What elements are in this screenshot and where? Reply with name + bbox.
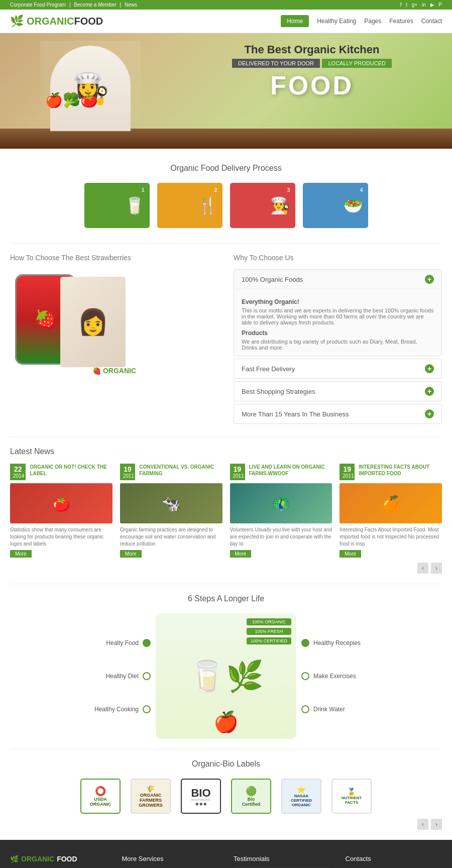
footer-testimonials-title: Testimonials (234, 855, 330, 862)
news-text-4: Interesting Facts About Imported Food. M… (340, 526, 442, 548)
step-healty-food[interactable]: Healty Food (106, 639, 151, 647)
step-1[interactable]: 1 🥛 (84, 183, 150, 228)
step-healthy-recepies[interactable]: Healthy Recepies (301, 639, 361, 647)
hero-food: FOOD (232, 70, 392, 100)
bio-prev-btn[interactable]: ‹ (417, 819, 428, 830)
nav-home[interactable]: Home (281, 15, 309, 27)
nav-features[interactable]: Features (389, 18, 413, 25)
step-4[interactable]: 4 🥗 (303, 183, 368, 228)
top-link-1[interactable]: Corporate Food Program (10, 2, 66, 8)
accordion-plus-2[interactable]: + (425, 364, 434, 373)
delivery-title: Organic Food Delivery Process (10, 164, 442, 173)
bio-logo-nutrient: 🏅 NUTRIENT FACTS (331, 779, 372, 814)
left-title: How To Choose The Best Strawberries (10, 254, 218, 262)
step-drink-water-dot (301, 705, 309, 713)
accordion-item-2[interactable]: Fast Free Delivery + (234, 359, 442, 379)
date-box-1: 22 2014 (10, 464, 26, 480)
bio-logo-nasaa: ⭐ NASAA CERTIFIED ORGANIC (281, 779, 321, 814)
step-healthy-recepies-label: Healthy Recepies (313, 639, 361, 646)
accordion-plus-1[interactable]: + (425, 275, 434, 284)
steps-center: 100% ORGANIC 100% FRESH 100% CERTIFIED 🥛… (156, 613, 296, 739)
bio-title: Organic-Bio Labels (10, 759, 442, 769)
accordion-item-4[interactable]: More Than 15 Years In The Business + (234, 404, 442, 424)
bio-logo-farmers: 🌾 ORGANIC FARMERS GROWERS (131, 779, 171, 814)
news-card-3: 19 2011 LIVE AND LEARN ON ORGANIC FARMS-… (230, 464, 332, 558)
step-drink-water[interactable]: Drink Water (301, 705, 345, 713)
step-healthy-recepies-dot (301, 639, 309, 647)
accordion: 100% Organic Foods + Everything Organic!… (234, 269, 442, 424)
accordion-header-4[interactable]: More Than 15 Years In The Business + (234, 404, 441, 423)
nav-healthy-eating[interactable]: Healthy Eating (317, 18, 356, 25)
step-healty-food-dot (143, 639, 151, 647)
news-date-1: 22 2014 ORGANIC OR NOT! CHECK THE LABEL (10, 464, 112, 480)
step-make-exercises[interactable]: Make Exercises (301, 672, 356, 680)
bio-logos: ⭕ USDA ORGANIC 🌾 ORGANIC FARMERS GROWERS… (10, 779, 442, 814)
news-more-2[interactable]: More (120, 550, 142, 558)
steps-right: Healthy Recepies Make Exercises Drink Wa… (301, 639, 442, 713)
footer-logo: 🌿 ORGANIC FOOD (10, 855, 107, 863)
accordion-item-3[interactable]: Best Shopping Strategies + (234, 381, 442, 401)
hero-content: The Best Organic Kitchen DELIVERED TO YO… (232, 43, 392, 100)
social-fb[interactable]: f (400, 2, 402, 8)
top-bar: Corporate Food Program | Become a Member… (0, 0, 452, 10)
news-more-4[interactable]: More (340, 550, 361, 558)
step-3[interactable]: 3 👨‍🍳 (230, 183, 295, 228)
steps-layout: Healty Food Healthy Diet Healthy Cooking… (10, 613, 442, 739)
news-grid: 22 2014 ORGANIC OR NOT! CHECK THE LABEL … (10, 464, 442, 558)
nav-contact[interactable]: Contact (421, 18, 442, 25)
step-make-exercises-dot (301, 672, 309, 680)
news-card-4: 19 2011 INTERESTING FACTS ABOUT IMPORTED… (340, 464, 442, 558)
accordion-header-3[interactable]: Best Shopping Strategies + (234, 382, 441, 401)
step-1-icon: 🥛 (125, 196, 145, 215)
bio-next-btn[interactable]: › (431, 819, 442, 830)
main-nav: Home Healthy Eating Pages Features Conta… (281, 15, 442, 27)
chef-figure: 👩‍🍳 (50, 46, 131, 131)
left-col: How To Choose The Best Strawberries 🍓 👩 … (10, 254, 218, 426)
social-pin[interactable]: P (438, 2, 442, 8)
accordion-header-1[interactable]: 100% Organic Foods + (234, 270, 441, 289)
hero-table (0, 129, 452, 149)
organic-label: 🍓 ORGANIC (92, 367, 136, 375)
social-in[interactable]: in (422, 2, 426, 8)
accordion-item-1[interactable]: 100% Organic Foods + Everything Organic!… (234, 269, 442, 356)
step-healthy-cooking[interactable]: Healthy Cooking (94, 705, 151, 713)
logo: 🌿 ORGANIC FOOD (10, 15, 103, 28)
accordion-plus-4[interactable]: + (425, 409, 434, 418)
footer-grid: 🌿 ORGANIC FOOD We are Organic Food! We h… (10, 855, 442, 868)
steps-left: Healty Food Healthy Diet Healthy Cooking (10, 639, 151, 713)
top-bar-social: f t g+ in ▶ P (397, 2, 442, 8)
news-prev-btn[interactable]: ‹ (417, 563, 428, 574)
footer-services-col: More Services Become A Member Catering C… (122, 855, 219, 868)
accordion-header-2[interactable]: Fast Free Delivery + (234, 359, 441, 378)
news-more-3[interactable]: More (230, 550, 252, 558)
news-more-1[interactable]: More (10, 550, 32, 558)
nav-pages[interactable]: Pages (364, 18, 381, 25)
footer-contacts-col: Contacts ✉ organic (@) yoursite.com ☎ +5… (346, 855, 442, 868)
step-healthy-cooking-dot (143, 705, 151, 713)
footer-services-title: More Services (122, 855, 219, 862)
accordion-title-1: 100% Organic Foods (242, 276, 303, 283)
step-2-icon: 🍴 (197, 196, 217, 215)
step-2-num: 2 (214, 187, 217, 193)
step-healthy-cooking-label: Healthy Cooking (94, 706, 139, 713)
top-link-2[interactable]: Become a Member (74, 2, 116, 8)
news-title: Latest News (10, 447, 442, 456)
step-2[interactable]: 2 🍴 (157, 183, 222, 228)
accordion-title-2: Fast Free Delivery (242, 365, 295, 373)
news-img-3: 🦚 (230, 483, 332, 523)
social-yt[interactable]: ▶ (430, 2, 434, 8)
accordion-plus-3[interactable]: + (425, 387, 434, 396)
footer-leaf-icon: 🌿 (10, 855, 19, 863)
step-drink-water-label: Drink Water (313, 706, 345, 713)
logo-food: FOOD (74, 16, 103, 27)
news-date-2: 19 2011 CONVENTIONAL VS. ORGANIC FARMING (120, 464, 222, 480)
step-healthy-diet[interactable]: Healthy Diet (106, 672, 151, 680)
news-img-1: 🍅 (10, 483, 112, 523)
social-gp[interactable]: g+ (412, 2, 417, 8)
social-tw[interactable]: t (406, 2, 407, 8)
step-healthy-diet-dot (143, 672, 151, 680)
right-col: Why To Choose Us 100% Organic Foods + Ev… (234, 254, 442, 426)
hero-chef: 👩‍🍳 (40, 41, 141, 131)
top-link-3[interactable]: News (125, 2, 137, 8)
news-next-btn[interactable]: › (431, 563, 442, 574)
